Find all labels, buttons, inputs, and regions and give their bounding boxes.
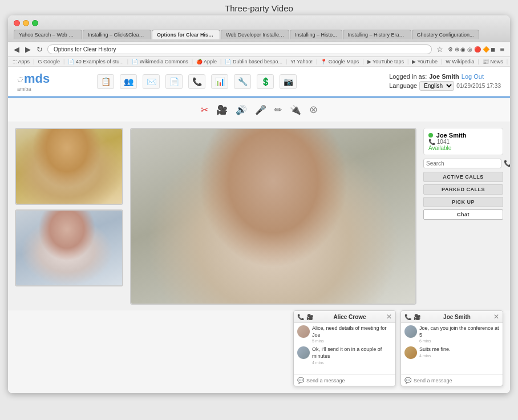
main-video-section: Joe Smith 📞 1041 Available 📞 ⊞ ACTIVE CA…: [8, 122, 510, 310]
header-username: Joe Smith: [429, 73, 459, 80]
alice-chat-close[interactable]: ✕: [386, 313, 392, 320]
chat-header-joe: 📞 🎥 Joe Smith ✕: [401, 311, 503, 323]
reload-button[interactable]: ↻: [35, 45, 44, 54]
video-thumb-woman[interactable]: [15, 209, 123, 286]
nav-icon-clipboard[interactable]: 📋: [97, 74, 114, 89]
browser-tabs: Yahoo Search – Web Sea... Installing – C…: [14, 30, 504, 39]
chat-window-joe: 📞 🎥 Joe Smith ✕ Joe, can you join the co…: [400, 310, 503, 386]
joe-video-icon[interactable]: 🎥: [414, 314, 420, 320]
panel-availability: Available: [428, 145, 498, 151]
minimize-window-btn[interactable]: [23, 20, 29, 26]
language-selector[interactable]: English: [419, 81, 454, 91]
bookmark-wikipedia[interactable]: W Wikipedia: [446, 59, 474, 64]
pickup-button[interactable]: PICK UP: [423, 197, 503, 207]
joe-phone-icon[interactable]: 📞: [404, 314, 411, 320]
alice-msg-1-time: 5 mins: [312, 339, 392, 343]
bookmark-yahoo[interactable]: Y! Yahoo!: [290, 59, 313, 64]
alice-video-icon[interactable]: 🎥: [306, 314, 313, 320]
tab-2[interactable]: Installing – Click&Clean ×: [83, 30, 151, 39]
address-input[interactable]: [47, 45, 432, 54]
chat-button[interactable]: Chat: [423, 209, 503, 220]
volume-icon[interactable]: 🔊: [233, 103, 249, 116]
alice-msg-1-content: Alice, need details of meeting for Joe 5…: [312, 325, 392, 343]
nav-icon-mail[interactable]: ✉️: [143, 74, 160, 89]
status-indicator: [428, 133, 433, 138]
tab-6[interactable]: Installing – History Eras...: [343, 30, 411, 39]
plug-icon[interactable]: 🔌: [288, 103, 303, 116]
tab-1[interactable]: Yahoo Search – Web Sea...: [14, 30, 82, 39]
close-window-btn[interactable]: [14, 20, 20, 26]
joe-chat-title: Joe Smith: [443, 314, 471, 320]
parked-calls-button[interactable]: PARKED CALLS: [423, 184, 503, 195]
joe-reply-1: Suits me fine. 4 mins: [404, 346, 499, 359]
tab-3[interactable]: Options for Clear Histor... ×: [152, 30, 220, 39]
joe-reply-1-time: 4 mins: [419, 354, 499, 358]
nav-icon-settings[interactable]: 🔧: [234, 74, 251, 89]
user-status-box: Joe Smith 📞 1041 Available: [423, 128, 503, 155]
bookmark-40examples[interactable]: 📄 40 Examples of stu...: [68, 59, 124, 64]
bookmark-apps[interactable]: ::: Apps: [13, 59, 30, 64]
nav-icon-camera[interactable]: 📷: [280, 74, 297, 89]
nav-icon-chart[interactable]: 📊: [211, 74, 228, 89]
scissors-icon[interactable]: ✂: [199, 103, 211, 116]
tab-7[interactable]: Ghostery Configuration...: [412, 30, 479, 39]
nav-icon-users[interactable]: 👥: [120, 74, 137, 89]
forward-button[interactable]: ▶: [24, 45, 32, 54]
call-icon-btn[interactable]: 📞: [504, 160, 510, 167]
chat-window-alice: 📞 🎥 Alice Crowe ✕ Alice, need details of…: [293, 310, 396, 386]
logo-main: mds: [24, 71, 50, 86]
joe-chat-close[interactable]: ✕: [493, 313, 499, 320]
joe-msg-1-time: 6 mins: [419, 339, 499, 343]
cancel-icon[interactable]: ⊗: [307, 102, 320, 117]
video-icon[interactable]: 🎥: [214, 103, 230, 116]
maximize-window-btn[interactable]: [32, 20, 38, 26]
alice-avatar: [297, 325, 310, 338]
tab-5[interactable]: Installing – Histo...: [290, 30, 342, 39]
mic-icon[interactable]: 🎤: [253, 103, 269, 116]
bookmarks-toolbar: ::: Apps | G Google | 📄 40 Examples of s…: [8, 57, 510, 67]
alice-phone-icon[interactable]: 📞: [297, 314, 304, 320]
panel-search-row: 📞 ⊞: [423, 158, 503, 169]
panel-search-input[interactable]: [423, 159, 501, 168]
alice-chat-input[interactable]: [306, 378, 392, 383]
alice-chat-title: Alice Crowe: [333, 314, 366, 320]
tab-4[interactable]: Web Developer Installed... ×: [221, 30, 289, 39]
bookmark-googlemaps[interactable]: 📍 Google Maps: [321, 59, 359, 64]
bookmark-wikimedia[interactable]: 📄 Wikimedia Commons: [132, 59, 188, 64]
nav-icon-docs[interactable]: 📄: [165, 74, 183, 89]
bookmark-google[interactable]: G Google: [38, 59, 60, 64]
nav-icon-phone[interactable]: 📞: [188, 74, 205, 89]
joe-chat-body: Joe, can you join the conference at 5 6 …: [401, 323, 503, 374]
bookmark-icon[interactable]: ☆: [435, 45, 444, 54]
alice-reply-1: Ok, I'll send it on in a couple of minut…: [297, 346, 392, 364]
browser-titlebar: Yahoo Search – Web Sea... Installing – C…: [8, 15, 510, 42]
app-header: ◌ mds amiba 📋 👥 ✉️ 📄 📞 📊 🔧 💲 📷: [8, 67, 510, 98]
back-button[interactable]: ◀: [13, 45, 21, 54]
chat-call-icons-alice: 📞 🎥: [297, 314, 313, 320]
logo-area: ◌ mds amiba: [17, 71, 86, 92]
browser-window: Yahoo Search – Web Sea... Installing – C…: [8, 15, 510, 393]
chat-call-icons-joe: 📞 🎥: [404, 314, 420, 320]
logged-in-label: Logged in as:: [389, 73, 427, 80]
page-title: Three-party Video: [0, 0, 518, 15]
alice-chat-body: Alice, need details of meeting for Joe 5…: [294, 323, 395, 374]
user-info: Logged in as: Joe Smith Log Out: [389, 73, 501, 80]
edit-icon[interactable]: ✏: [272, 103, 284, 116]
bookmark-dublin[interactable]: 📄 Dublin based bespo...: [225, 59, 282, 64]
bookmark-youtube[interactable]: ▶ YouTube: [412, 59, 438, 64]
panel-username: Joe Smith: [436, 132, 467, 139]
video-thumbnails: [15, 128, 123, 305]
bookmark-news[interactable]: 📰 News: [483, 59, 503, 64]
menu-icon[interactable]: ≡: [499, 45, 505, 54]
nav-icon-billing[interactable]: 💲: [257, 74, 274, 89]
alice-msg-1: Alice, need details of meeting for Joe 5…: [297, 325, 392, 343]
video-thumb-man[interactable]: [15, 128, 123, 205]
bookmark-apple[interactable]: 🍎 Apple: [196, 59, 217, 64]
joe-chat-input[interactable]: [414, 378, 499, 383]
self-avatar-alice: [297, 346, 310, 359]
joe-avatar: [404, 325, 417, 338]
logout-button[interactable]: Log Out: [462, 73, 484, 80]
call-controls-bar: ✂ 🎥 🔊 🎤 ✏ 🔌 ⊗: [8, 98, 510, 122]
active-calls-button[interactable]: ACTIVE CALLS: [423, 172, 503, 182]
bookmark-youtube-taps[interactable]: ▶ YouTube taps: [367, 59, 404, 64]
